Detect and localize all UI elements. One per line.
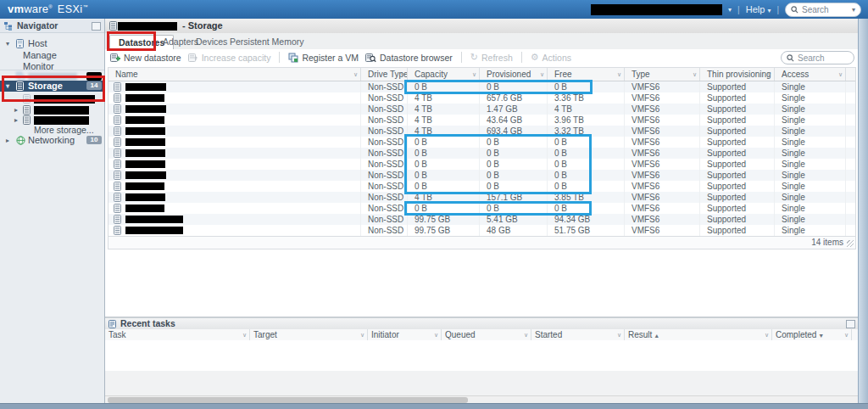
datastore-search-box[interactable]: Search [781, 51, 854, 64]
datastore-row-1[interactable]: Non-SSD0 B0 B0 BVMFS6SupportedSingle [108, 81, 855, 92]
column-header-access[interactable]: Access∨ [775, 68, 846, 81]
column-menu-icon[interactable]: ∨ [353, 68, 358, 81]
global-search-box[interactable]: Search ▾ [785, 3, 861, 17]
column-header-free[interactable]: Free∨ [548, 68, 625, 81]
datastore-browser-button[interactable]: Datastore browser [365, 53, 453, 63]
collapse-panel-icon[interactable] [846, 320, 855, 328]
cell-free: 51.75 GB [548, 225, 625, 236]
sidebar-divider [0, 70, 104, 70]
datastores-table: Name∨Drive Type∨Capacity∨Provisioned∨Fre… [108, 67, 856, 249]
column-menu-icon[interactable]: ∨ [765, 329, 769, 340]
row-gutter [846, 170, 855, 181]
datastore-row-5[interactable]: Non-SSD4 TB693.4 GB3.32 TBVMFS6Supported… [108, 126, 855, 137]
datastore-row-6[interactable]: Non-SSD0 B0 B0 BVMFS6SupportedSingle [108, 137, 855, 148]
column-menu-icon[interactable]: ∨ [472, 68, 476, 81]
column-header-drive-type[interactable]: Drive Type∨ [361, 68, 408, 81]
column-menu-icon[interactable]: ∨ [617, 68, 621, 81]
tasks-column-header-completed[interactable]: Completed▼∨ [772, 329, 852, 340]
column-header-provisioned[interactable]: Provisioned∨ [480, 68, 548, 81]
tab-persistent-memory[interactable]: Persistent Memory [221, 35, 313, 48]
column-menu-icon[interactable]: ∨ [617, 329, 621, 340]
datastore-row-10[interactable]: Non-SSD0 B0 B0 BVMFS6SupportedSingle [108, 181, 855, 192]
column-menu-icon[interactable]: ∨ [360, 329, 364, 340]
datastores-table-footer: 14 items [108, 236, 855, 249]
sidebar-item-storage[interactable]: ▾ Storage 14 [0, 81, 104, 92]
tasks-column-header-queued[interactable]: Queued∨ [442, 329, 531, 340]
datastore-icon [114, 182, 121, 191]
datastore-row-7[interactable]: Non-SSD0 B0 B0 BVMFS6SupportedSingle [108, 148, 855, 159]
sidebar-item-host[interactable]: ▾ Host [0, 38, 104, 49]
column-header-capacity[interactable]: Capacity∨ [408, 68, 480, 81]
datastore-row-4[interactable]: Non-SSD4 TB43.64 GB3.96 TBVMFS6Supported… [108, 115, 855, 126]
datastore-icon [23, 94, 31, 104]
toolbar-separator [461, 52, 462, 63]
column-menu-icon[interactable]: ∨ [524, 329, 528, 340]
datastore-row-12[interactable]: Non-SSD0 B0 B0 BVMFS6SupportedSingle [108, 203, 855, 214]
datastore-row-11[interactable]: Non-SSD4 TB157.1 GB3.85 TBVMFS6Supported… [108, 192, 855, 203]
datastores-table-body: Non-SSD0 B0 B0 BVMFS6SupportedSingleNon-… [108, 81, 855, 236]
sidebar-item-networking[interactable]: ▸ Networking 10 [0, 135, 104, 146]
cell-provisioned: 0 B [480, 159, 548, 170]
tasks-column-header-target[interactable]: Target∨ [250, 329, 368, 340]
tasks-column-header-task[interactable]: Task∨ [105, 329, 250, 340]
brand-esxi: ESXi [58, 3, 83, 15]
column-menu-icon[interactable]: ∨ [838, 68, 843, 81]
search-scope-caret-icon[interactable]: ▾ [852, 6, 855, 14]
column-menu-icon[interactable]: ∨ [844, 329, 849, 340]
sidebar-item-datastore-redacted[interactable] [0, 93, 104, 104]
new-datastore-button[interactable]: New datastore [110, 53, 181, 63]
host-expander-icon[interactable]: ▾ [6, 38, 9, 49]
recent-tasks-filler [105, 371, 859, 395]
column-menu-icon[interactable]: ∨ [434, 329, 438, 340]
new-datastore-icon [110, 53, 120, 63]
cell-capacity: 0 B [408, 181, 480, 192]
brand-ware: ware [24, 3, 48, 15]
column-menu-icon[interactable]: ∨ [400, 68, 404, 81]
navigator-pin-icon[interactable] [92, 22, 101, 31]
tasks-column-header-started[interactable]: Started∨ [531, 329, 625, 340]
username-redacted[interactable] [591, 4, 722, 15]
datastore-row-3[interactable]: Non-SSD4 TB1.47 GB4 TBVMFS6SupportedSing… [108, 104, 855, 115]
networking-expander-icon[interactable]: ▸ [6, 135, 9, 146]
datastore-row-14[interactable]: Non-SSD99.75 GB48 GB51.75 GBVMFS6Support… [108, 225, 855, 236]
storage-label: Storage [28, 81, 63, 92]
cell-drive-type: Non-SSD [361, 81, 408, 92]
column-menu-icon[interactable]: ∨ [693, 68, 697, 81]
cell-name [108, 81, 361, 92]
column-header-type[interactable]: Type∨ [625, 68, 700, 81]
cell-free: 3.96 TB [548, 115, 625, 126]
datastore-row-9[interactable]: Non-SSD0 B0 B0 BVMFS6SupportedSingle [108, 170, 855, 181]
resize-handle-icon[interactable] [847, 240, 854, 247]
datastore-icon [23, 105, 31, 115]
cell-access: Single [775, 203, 846, 214]
column-header-name[interactable]: Name∨ [108, 68, 361, 81]
tasks-column-header-initiator[interactable]: Initiator∨ [368, 329, 442, 340]
sidebar-item-manage[interactable]: Manage [0, 50, 104, 61]
cell-access: Single [775, 92, 846, 104]
column-menu-icon[interactable]: ∨ [767, 68, 771, 81]
register-vm-button[interactable]: Register a VM [288, 53, 359, 63]
datastore-icon [114, 148, 121, 158]
cell-drive-type: Non-SSD [361, 137, 408, 148]
datastore-browser-icon [365, 53, 376, 63]
datastore-name-redacted [125, 105, 166, 113]
vmware-esxi-logo: vmware®ESXi™ [8, 3, 88, 15]
help-menu[interactable]: Help ▾ [746, 4, 771, 14]
cell-capacity: 0 B [408, 159, 480, 170]
datastore-row-8[interactable]: Non-SSD0 B0 B0 BVMFS6SupportedSingle [108, 159, 855, 170]
navigator-title: Navigator [17, 20, 58, 31]
user-menu-caret-icon[interactable]: ▾ [728, 6, 732, 14]
scrollbar-thumb[interactable] [108, 397, 468, 403]
datastore-row-13[interactable]: Non-SSD99.75 GB5.41 GB94.34 GBVMFS6Suppo… [108, 214, 855, 225]
row-gutter [846, 81, 855, 92]
tasks-column-header-result[interactable]: Result▲∨ [625, 329, 772, 340]
cell-capacity: 0 B [408, 137, 480, 148]
column-menu-icon[interactable]: ∨ [540, 68, 544, 81]
row-gutter [846, 214, 855, 225]
column-header-thin-provisioning[interactable]: Thin provisioning∨ [700, 68, 775, 81]
datastore-row-2[interactable]: Non-SSD4 TB657.6 GB3.36 TBVMFS6Supported… [108, 92, 855, 104]
refresh-button[interactable]: ↻ Refresh [470, 53, 513, 63]
storage-expander-icon[interactable]: ▾ [6, 81, 9, 92]
datastore-icon [114, 126, 121, 136]
column-menu-icon[interactable]: ∨ [242, 329, 247, 340]
